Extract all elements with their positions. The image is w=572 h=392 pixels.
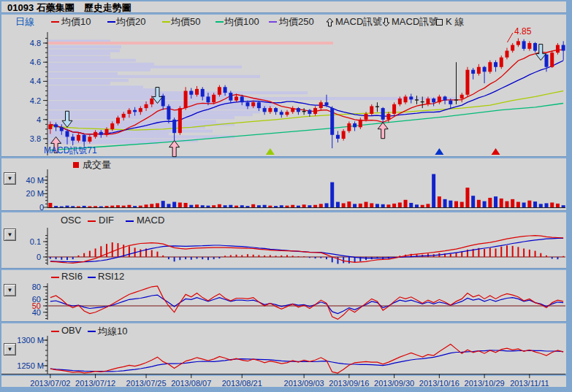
price-annotation: 4.85 bbox=[514, 26, 531, 36]
period-selector[interactable]: 日線 bbox=[15, 14, 34, 30]
ma20-dash-icon bbox=[107, 21, 115, 23]
macd-legend-osc: OSC bbox=[61, 215, 81, 226]
svg-text:1250 M: 1250 M bbox=[17, 361, 44, 370]
ma250-dash-icon bbox=[269, 21, 277, 23]
collapse-rsi-button[interactable]: ▼ bbox=[4, 284, 16, 296]
macd-legend-dif: DIF bbox=[99, 215, 114, 226]
window-border bbox=[0, 0, 572, 1]
obv-ma-dash-icon bbox=[88, 331, 96, 332]
legend-ma20[interactable]: 均價20 bbox=[116, 14, 145, 30]
window-title: 01093 石藥集團 歷史走勢圖 bbox=[1, 1, 571, 12]
macd-dash-icon bbox=[126, 220, 134, 222]
macd-legend-macd: MACD bbox=[137, 215, 164, 226]
svg-text:4.2: 4.2 bbox=[30, 96, 41, 105]
ma50-dash-icon bbox=[162, 21, 170, 23]
window-border bbox=[0, 387, 572, 392]
svg-text:4.4: 4.4 bbox=[30, 77, 41, 85]
svg-text:80: 80 bbox=[32, 283, 41, 291]
ma10-dash-icon bbox=[51, 21, 59, 23]
legend-macd-signal-up[interactable]: MACD訊號 bbox=[335, 14, 382, 30]
separator bbox=[1, 12, 566, 15]
svg-text:40: 40 bbox=[32, 308, 41, 317]
separator bbox=[1, 321, 566, 323]
rsi-panel[interactable]: 80605040 bbox=[32, 283, 565, 320]
collapse-macd-button[interactable]: ▼ bbox=[4, 228, 16, 241]
legend-ma50[interactable]: 均價50 bbox=[171, 14, 200, 30]
rsi6-dash-icon bbox=[51, 277, 59, 278]
main-price-chart[interactable]: 4.84.64.44.243.8 bbox=[30, 32, 565, 157]
legend-ma100[interactable]: 均價100 bbox=[224, 14, 259, 30]
svg-text:4.6: 4.6 bbox=[30, 58, 41, 66]
chart-legend: 日線 均價10 均價20 均價50 均價100 均價250 MACD訊號 MAC… bbox=[1, 14, 565, 30]
obv-legend-obv: OBV bbox=[61, 325, 81, 336]
rsi-legend-rsi12: RSI12 bbox=[98, 271, 124, 282]
collapse-obv-button[interactable]: ▼ bbox=[4, 343, 16, 356]
separator bbox=[1, 268, 566, 270]
kline-icon bbox=[436, 19, 443, 26]
dif-dash-icon bbox=[88, 220, 96, 222]
volume-panel[interactable]: 40 M20 M0 bbox=[26, 169, 565, 212]
window-border bbox=[566, 0, 572, 392]
svg-text:40 M: 40 M bbox=[26, 176, 44, 185]
date-axis[interactable]: 2013/07/022013/07/122013/07/252013/08/07… bbox=[30, 374, 549, 388]
separator bbox=[1, 210, 566, 212]
macd-panel[interactable]: 0.10 bbox=[30, 228, 565, 265]
collapse-volume-button[interactable]: ▼ bbox=[4, 172, 16, 185]
svg-text:3.8: 3.8 bbox=[30, 134, 41, 143]
ma100-dash-icon bbox=[216, 21, 224, 23]
svg-text:4.8: 4.8 bbox=[30, 39, 41, 47]
legend-kline[interactable]: K 線 bbox=[446, 14, 464, 30]
svg-text:1300 M: 1300 M bbox=[17, 336, 44, 345]
rsi-legend-rsi6: RSI6 bbox=[61, 271, 83, 282]
obv-legend-ma10: 均線10 bbox=[98, 325, 127, 338]
legend-ma250[interactable]: 均價250 bbox=[279, 14, 314, 30]
rsi12-dash-icon bbox=[88, 277, 96, 278]
volume-legend-icon bbox=[73, 162, 79, 168]
svg-text:0.1: 0.1 bbox=[30, 237, 41, 246]
svg-text:0: 0 bbox=[37, 253, 41, 261]
svg-text:60: 60 bbox=[32, 295, 41, 304]
macd-signal-count-label: MACD訊號71 bbox=[44, 145, 97, 157]
window-border bbox=[0, 0, 1, 392]
legend-macd-signal-down[interactable]: MACD訊號 bbox=[392, 14, 438, 30]
volume-legend: 成交量 bbox=[83, 158, 111, 172]
stock-chart-window: 01093 石藥集團 歷史走勢圖 日線 均價10 均價20 均價50 均價100… bbox=[0, 0, 572, 392]
separator bbox=[1, 374, 566, 376]
svg-text:50: 50 bbox=[32, 301, 41, 310]
legend-ma10[interactable]: 均價10 bbox=[61, 14, 91, 30]
svg-text:4: 4 bbox=[37, 115, 41, 124]
obv-dash-icon bbox=[51, 331, 59, 332]
svg-text:20 M: 20 M bbox=[26, 189, 44, 198]
chart-canvas[interactable]: 4.84.64.44.243.840 M20 M00.1080605040130… bbox=[0, 0, 572, 392]
obv-panel[interactable]: 1300 M1250 M bbox=[1, 336, 565, 374]
